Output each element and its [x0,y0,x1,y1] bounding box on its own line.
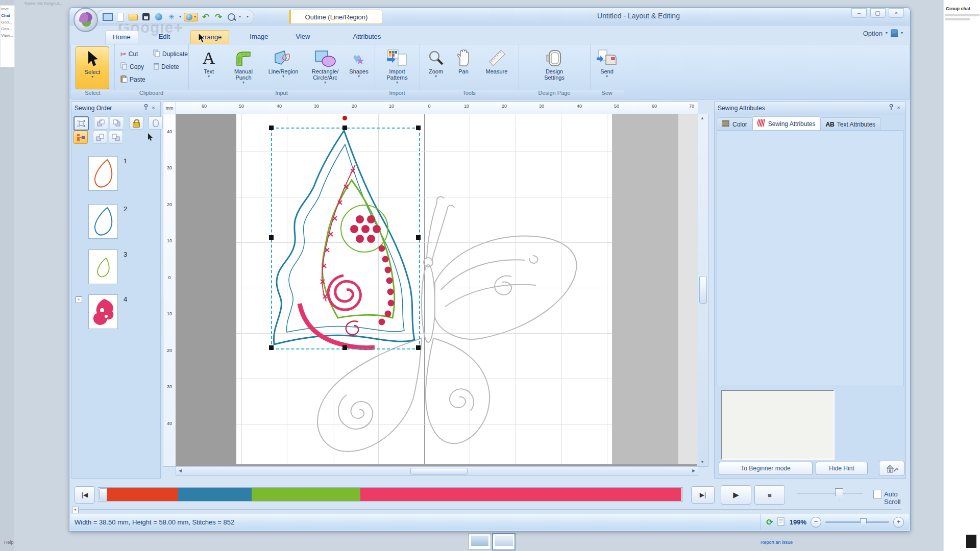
move-later-button[interactable] [110,116,124,130]
stitch-progress-handle[interactable] [99,488,107,500]
mode-indicator[interactable]: Outline (Line/Region) [289,10,382,24]
speed-slider-track[interactable] [797,493,863,495]
text-button[interactable]: A Text ▾ [192,46,225,88]
go-to-end-button[interactable]: ▶| [691,486,715,504]
tab-color[interactable]: Color [717,117,752,131]
pointer-button[interactable] [143,131,157,144]
order-item-2-thumbnail[interactable] [88,204,118,239]
close-panel-icon[interactable]: × [895,104,902,112]
design-settings-button[interactable]: Design Settings [538,46,571,88]
sidebar-item-invite[interactable]: Invit... [1,6,14,12]
to-beginner-mode-button[interactable]: To Beginner mode [719,462,813,475]
zoom-out-button[interactable]: − [811,517,821,528]
selection-handle-nw[interactable] [269,126,274,130]
auto-scroll-checkbox[interactable] [873,490,882,498]
option-menu[interactable]: Option [863,30,883,37]
selection-handle-e[interactable] [416,235,421,240]
save-icon[interactable] [141,12,151,22]
fit-selection-button[interactable] [74,116,89,131]
report-issue-link[interactable]: Report an issue [761,540,793,545]
send-button[interactable]: Send ▾ [591,46,623,88]
sidebar-item-goo1[interactable]: Goo... [1,19,14,26]
move-earlier-button[interactable] [94,116,108,130]
selection-handle-se[interactable] [416,345,421,350]
import-patterns-button[interactable]: Import Patterns ▾ [381,46,413,88]
user-caret-icon[interactable]: ▾ [901,31,903,35]
rectangle-circle-arc-button[interactable]: Rectangle/ Circle/Arc ▾ [306,46,345,88]
scroll-right-icon[interactable]: ▶ [690,467,698,475]
tab-home[interactable]: Home [105,30,138,44]
close-button[interactable]: × [889,8,904,18]
home-settings-button[interactable] [879,461,904,476]
stitch-progress-track[interactable] [98,487,683,502]
select-button[interactable]: Select ▾ [76,46,109,89]
order-mode-button[interactable] [74,131,88,144]
undo-icon[interactable]: ↶ [201,12,211,22]
user-icon[interactable] [891,29,898,37]
scroll-left-icon[interactable]: ◀ [176,467,184,475]
zoom-slider-track[interactable] [825,521,889,523]
layout-window-icon[interactable] [103,12,113,22]
tab-arrange[interactable]: Arrange [190,30,229,44]
horizontal-scrollbar[interactable]: ◀ ▶ [176,466,698,476]
open-folder-icon[interactable] [128,12,138,22]
pin-icon[interactable] [142,104,150,112]
expand-simulator-box[interactable]: + [72,507,79,513]
zoom-slider-thumb[interactable] [860,518,867,527]
zoom-tool-icon[interactable] [226,12,236,22]
lock-button[interactable] [129,116,143,130]
sidebar-item-chat[interactable]: Chat [1,12,14,19]
scroll-down-icon[interactable]: ▼ [698,458,706,466]
selection-handle-ne[interactable] [416,126,421,130]
selection-handle-n[interactable] [342,126,347,130]
hide-hint-button[interactable]: Hide Hint [816,462,868,475]
redo-icon[interactable]: ↷ [213,12,224,22]
duplicate-button[interactable]: Duplicate [153,48,188,60]
tab-image[interactable]: Image [242,30,275,44]
zoom-in-button[interactable]: + [893,517,904,528]
selection-handle-s[interactable] [342,345,347,350]
customize-qat-caret-icon[interactable]: ▾ [247,15,249,19]
horizontal-scroll-thumb[interactable] [410,468,468,474]
new-document-icon[interactable] [115,12,126,22]
measure-button[interactable]: Measure [479,46,514,88]
realistic-view-icon[interactable]: ⟳ [766,517,773,527]
minimize-button[interactable]: – [851,8,867,18]
speed-slider-thumb[interactable] [835,488,843,500]
screenshare-thumb-1[interactable] [469,533,491,549]
send-backward-button[interactable] [93,131,107,144]
tab-text-attributes[interactable]: AB Text Attributes [820,117,880,131]
outline-view-toggle[interactable]: ▾ [184,13,198,21]
app-menu-button[interactable] [74,8,98,32]
vertical-scrollbar[interactable]: ▲ ▼ [698,114,708,467]
order-item-1-thumbnail[interactable] [88,156,118,191]
hangout-name-note[interactable]: Name this hangout... [24,1,62,6]
sidebar-item-goo2[interactable]: Goo... [1,26,14,32]
stop-button[interactable]: ■ [754,485,785,505]
paste-button[interactable]: Paste [120,74,145,85]
zoom-caret-icon[interactable]: ▾ [239,15,241,19]
vertical-scroll-thumb[interactable] [699,276,707,304]
line-region-button[interactable]: Line/Region ▾ [263,46,304,88]
zoom-button[interactable]: Zoom ▾ [422,46,450,88]
delete-button[interactable]: Delete [153,61,179,72]
tab-sewing-attributes[interactable]: Sewing Attributes [752,116,821,131]
close-panel-icon[interactable]: × [150,104,157,112]
order-item-4-expand-box[interactable]: + [76,296,82,303]
rotation-handle[interactable] [342,116,347,120]
copy-button[interactable]: Copy [120,61,144,72]
tab-attributes[interactable]: Attributes [346,30,388,44]
stitch-view-icon[interactable]: ✳ [166,12,177,22]
design-property-icon[interactable] [777,517,786,528]
maximize-button[interactable]: ▢ [870,8,886,18]
pin-icon[interactable] [887,104,895,112]
frame-button[interactable] [149,116,163,130]
tab-edit[interactable]: Edit [152,30,177,44]
scroll-up-icon[interactable]: ▲ [698,114,706,122]
sidebar-item-view[interactable]: View... [1,32,14,39]
selection-handle-w[interactable] [269,235,274,240]
tab-view[interactable]: View [288,30,317,44]
manual-punch-button[interactable]: Manual Punch ▾ [227,46,260,88]
order-item-3-thumbnail[interactable] [88,249,118,284]
screenshare-thumb-2[interactable] [492,533,516,550]
